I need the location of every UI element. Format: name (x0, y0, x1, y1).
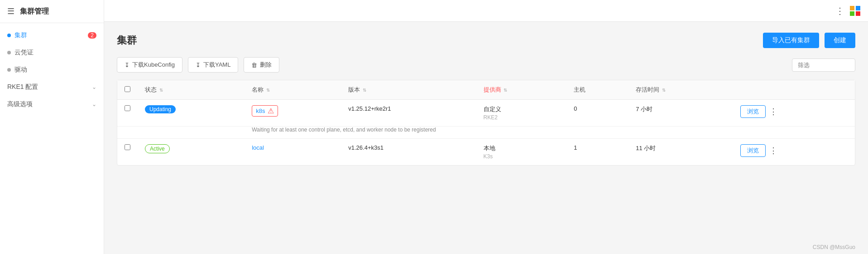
local-status-badge: Active (145, 144, 170, 153)
sidebar-item-driver[interactable]: 驱动 (0, 61, 104, 78)
rke1-chevron-icon: ⌄ (92, 84, 96, 90)
col-actions (733, 80, 855, 100)
status-sort-icon[interactable]: ⇅ (159, 88, 163, 93)
download-yaml-label: 下载YAML (203, 61, 230, 69)
cluster-dot-icon (7, 34, 11, 37)
local-uptime-value: 11 小时 (636, 145, 656, 151)
k8s-browse-button[interactable]: 浏览 (740, 105, 766, 118)
table: 状态 ⇅ 名称 ⇅ 版本 ⇅ 提供商 ⇅ (117, 80, 855, 165)
local-version-value: v1.26.4+k3s1 (348, 144, 384, 151)
k8s-version-value: v1.25.12+rke2r1 (348, 105, 391, 112)
cluster-table: 状态 ⇅ 名称 ⇅ 版本 ⇅ 提供商 ⇅ (117, 80, 855, 166)
local-row-checkbox[interactable] (125, 144, 130, 150)
select-all-checkbox-cell (117, 80, 138, 100)
footer-text: CSDN @MssGuo (813, 244, 855, 250)
select-all-checkbox[interactable] (125, 86, 130, 92)
local-version-cell: v1.26.4+k3s1 (341, 139, 476, 166)
sidebar-item-cluster[interactable]: 集群 2 (0, 27, 104, 44)
col-uptime: 存活时间 ⇅ (628, 80, 733, 100)
version-sort-icon[interactable]: ⇅ (363, 88, 366, 93)
driver-dot-icon (7, 68, 11, 72)
sidebar-title: 集群管理 (20, 7, 49, 16)
sidebar-item-cloud-credential[interactable]: 云凭证 (0, 44, 104, 61)
col-status: 状态 ⇅ (138, 80, 245, 100)
sidebar-group-advanced[interactable]: 高级选项 ⌄ (0, 96, 104, 113)
more-icon[interactable]: ⋮ (835, 5, 844, 16)
k8s-row-actions: 浏览 ⋮ (740, 105, 848, 118)
import-cluster-button[interactable]: 导入已有集群 (763, 33, 819, 48)
sidebar-group-rke1[interactable]: RKE1 配置 ⌄ (0, 78, 104, 96)
local-row-actions: 浏览 ⋮ (740, 144, 848, 157)
delete-label: 删除 (260, 61, 272, 69)
col-provider: 提供商 ⇅ (476, 80, 567, 100)
hamburger-icon[interactable]: ☰ (7, 6, 14, 16)
sidebar-nav: 集群 2 云凭证 驱动 RKE1 配置 ⌄ 高级选项 ⌄ (0, 23, 104, 254)
k8s-warning-message: Waiting for at least one control plane, … (252, 127, 436, 133)
download-yaml-icon: ↧ (196, 62, 201, 68)
download-icon: ↧ (125, 62, 129, 68)
name-sort-icon[interactable]: ⇅ (266, 88, 270, 93)
local-nodes-cell: 1 (566, 139, 628, 166)
k8s-uptime-value: 7 小时 (636, 106, 652, 112)
k8s-row-checkbox[interactable] (125, 105, 130, 111)
k8s-warning-message-cell: Waiting for at least one control plane, … (245, 127, 855, 139)
k8s-name-cell: k8s ⚠ (245, 100, 341, 127)
k8s-warning-icon: ⚠ (268, 107, 274, 115)
k8s-provider-cell: 自定义 RKE2 (476, 100, 567, 127)
uptime-sort-icon[interactable]: ⇅ (662, 88, 666, 93)
local-nodes-value: 1 (574, 144, 577, 151)
name-col-label: 名称 (252, 86, 264, 93)
sidebar-item-label: 云凭证 (14, 49, 96, 57)
k8s-checkbox-cell (117, 100, 138, 127)
sidebar: ☰ 集群管理 集群 2 云凭证 驱动 RKE1 配置 ⌄ 高级选项 ⌄ (0, 0, 104, 254)
toolbar: ↧ 下载KubeConfig ↧ 下载YAML 🗑 删除 (117, 57, 855, 73)
table-row: Active local v1.26.4+k3s1 本地 K3s (117, 139, 855, 166)
delete-button[interactable]: 🗑 删除 (244, 57, 279, 73)
k8s-more-button[interactable]: ⋮ (769, 107, 777, 116)
k8s-warning-row: Waiting for at least one control plane, … (117, 127, 855, 139)
create-cluster-button[interactable]: 创建 (825, 33, 855, 48)
logo-grid-icon (850, 6, 861, 16)
cloud-credential-dot-icon (7, 51, 11, 54)
local-uptime-cell: 11 小时 (628, 139, 733, 166)
local-more-button[interactable]: ⋮ (769, 147, 777, 155)
content-area: 集群 导入已有集群 创建 ↧ 下载KubeConfig ↧ 下载YAML 🗑 删… (104, 22, 868, 240)
k8s-name-link[interactable]: k8s (256, 107, 265, 114)
table-header-row: 状态 ⇅ 名称 ⇅ 版本 ⇅ 提供商 ⇅ (117, 80, 855, 100)
k8s-provider-main: 自定义 (484, 105, 560, 113)
k8s-version-cell: v1.25.12+rke2r1 (341, 100, 476, 127)
advanced-chevron-icon: ⌄ (92, 101, 96, 107)
k8s-name-box: k8s ⚠ (252, 105, 278, 117)
local-name-link[interactable]: local (252, 144, 264, 151)
k8s-nodes-cell: 0 (566, 100, 628, 127)
local-checkbox-cell (117, 139, 138, 166)
rke1-config-label: RKE1 配置 (7, 83, 92, 91)
local-provider-main: 本地 (484, 144, 560, 152)
k8s-warn-spacer (117, 127, 245, 139)
k8s-status-badge: Updating (145, 105, 176, 113)
provider-col-label: 提供商 (484, 86, 501, 93)
delete-icon: 🗑 (251, 62, 257, 68)
nodes-col-label: 主机 (574, 86, 585, 93)
sidebar-item-label: 驱动 (14, 66, 96, 74)
cluster-badge: 2 (88, 32, 96, 39)
main-area: ⋮ 集群 导入已有集群 创建 ↧ 下载KubeConfig ↧ 下载YAML (104, 0, 868, 254)
table-row: Updating k8s ⚠ v1.25.12+rke2r1 自 (117, 100, 855, 127)
download-yaml-button[interactable]: ↧ 下载YAML (188, 57, 238, 73)
topbar: ⋮ (104, 0, 868, 22)
k8s-provider-sub: RKE2 (484, 114, 560, 121)
uptime-col-label: 存活时间 (636, 86, 659, 93)
local-browse-button[interactable]: 浏览 (740, 144, 766, 157)
filter-input[interactable] (792, 59, 855, 72)
local-name-cell: local (245, 139, 341, 166)
version-col-label: 版本 (348, 86, 360, 93)
download-kubeconfig-label: 下载KubeConfig (132, 61, 175, 69)
status-col-label: 状态 (145, 86, 157, 93)
local-provider-cell: 本地 K3s (476, 139, 567, 166)
col-nodes: 主机 (566, 80, 628, 100)
download-kubeconfig-button[interactable]: ↧ 下载KubeConfig (117, 57, 182, 73)
sidebar-header: ☰ 集群管理 (0, 0, 104, 23)
sidebar-item-label: 集群 (14, 31, 88, 39)
provider-sort-icon[interactable]: ⇅ (504, 88, 507, 93)
advanced-options-label: 高级选项 (7, 100, 92, 108)
